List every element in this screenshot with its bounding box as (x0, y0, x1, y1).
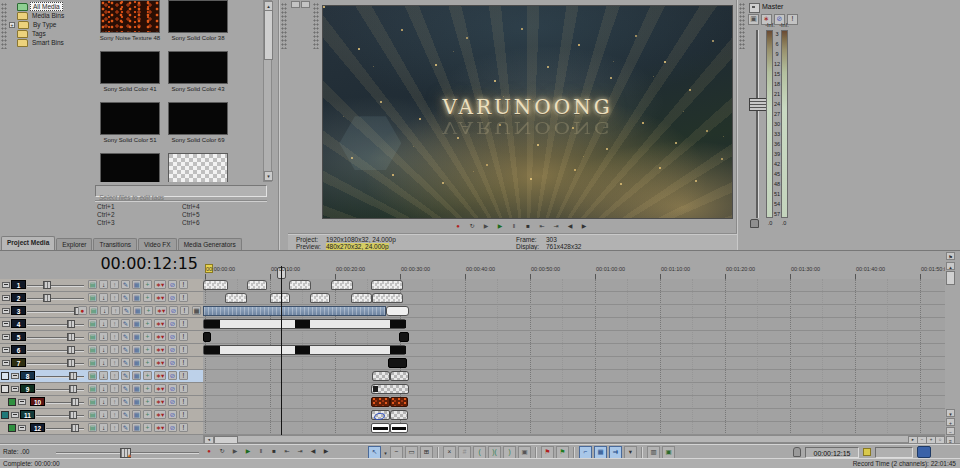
make-compositing-child-icon[interactable]: ↓ (99, 332, 108, 341)
selection-length-box[interactable] (875, 447, 913, 458)
automation-settings-icon[interactable]: + (144, 306, 153, 315)
automation-mode-icon[interactable]: ∗▾ (154, 397, 166, 406)
timeline-event[interactable] (372, 371, 390, 381)
make-compositing-child-icon[interactable]: ↓ (99, 280, 108, 289)
timeline-event[interactable] (371, 397, 390, 407)
tab-video-fx[interactable]: Video FX (138, 238, 177, 250)
media-thumbnail[interactable]: Sony Solid Color 51 (96, 102, 164, 153)
timeline-track-lane[interactable] (203, 357, 945, 370)
timeline-event[interactable] (390, 371, 409, 381)
track-fx-icon[interactable]: ▦ (132, 397, 141, 406)
pause-button[interactable]: ‖ (255, 446, 267, 457)
pause-button[interactable]: ‖ (508, 221, 520, 232)
track-header[interactable]: 1▤↓↑✎▦+∗▾⊘! (0, 279, 203, 292)
track-slider-handle[interactable] (69, 372, 77, 380)
make-compositing-parent-icon[interactable]: ↑ (110, 371, 119, 380)
track-header[interactable]: 2▤↓↑✎▦+∗▾⊘! (0, 292, 203, 305)
mute-icon[interactable]: ⊘ (168, 319, 177, 328)
play-from-start-button[interactable]: ▶ (480, 221, 492, 232)
automation-mode-icon[interactable]: ∗▾ (154, 293, 166, 302)
track-motion-icon[interactable]: ✎ (121, 280, 130, 289)
solo-icon[interactable]: ! (179, 384, 188, 393)
track-level-slider[interactable] (27, 324, 84, 326)
tab-project-media[interactable]: Project Media (1, 236, 55, 250)
video-output-icon[interactable] (917, 446, 931, 458)
media-tree-item[interactable]: Media Bins (8, 11, 94, 20)
track-motion-icon[interactable]: ✎ (121, 371, 130, 380)
dropdown-caret-icon[interactable]: ▾ (383, 450, 388, 456)
dock-grip[interactable] (281, 3, 287, 49)
bypass-motion-blur-icon[interactable]: ▤ (88, 280, 97, 289)
zoom-out-track-height-icon[interactable]: − (946, 427, 955, 435)
scrollbar-thumb[interactable] (264, 10, 273, 60)
timeline-event[interactable] (390, 410, 408, 420)
timeline-track-lane[interactable] (203, 396, 945, 409)
automation-mode-icon[interactable]: ∗▾ (154, 410, 166, 419)
minimize-track-button[interactable] (11, 386, 19, 392)
dock-grip[interactable] (1, 3, 7, 49)
mute-icon[interactable]: ⊘ (168, 371, 177, 380)
track-level-slider[interactable] (27, 285, 84, 287)
timeline-event[interactable] (331, 280, 353, 290)
loop-playback-button[interactable]: ↻ (466, 221, 478, 232)
timeline-track-lane[interactable] (203, 292, 945, 305)
make-compositing-child-icon[interactable]: ↓ (99, 384, 108, 393)
track-header[interactable]: 4▤↓↑✎▦+∗▾⊘! (0, 318, 203, 331)
compositing-mode-icon[interactable]: ▦ (192, 306, 201, 315)
track-fx-icon[interactable]: ▦ (132, 384, 141, 393)
automation-settings-icon[interactable]: + (143, 423, 152, 432)
timeline-event[interactable] (372, 293, 403, 303)
media-tree-item[interactable]: Smart Bins (8, 38, 94, 47)
bypass-motion-blur-icon[interactable]: ▤ (88, 345, 97, 354)
track-level-slider[interactable] (36, 389, 84, 391)
track-motion-icon[interactable]: ✎ (121, 397, 130, 406)
fader-lock-icon[interactable] (750, 219, 759, 228)
stop-button[interactable]: ■ (268, 446, 280, 457)
scroll-up-icon[interactable]: ▴ (946, 262, 955, 270)
tab-transitions[interactable]: Transitions (93, 238, 137, 250)
timeline-event[interactable] (247, 280, 267, 290)
solo-icon[interactable]: ! (179, 410, 188, 419)
minimize-track-button[interactable] (2, 347, 10, 353)
automation-mode-icon[interactable]: ∗▾ (154, 332, 166, 341)
track-fx-icon[interactable]: ▦ (132, 423, 141, 432)
media-tree-item[interactable]: +By Type (8, 20, 94, 29)
minimize-track-button[interactable] (2, 334, 10, 340)
track-fx-icon[interactable]: ▦ (132, 371, 141, 380)
timeline-event[interactable] (390, 397, 408, 407)
timeline-event[interactable] (371, 280, 403, 290)
automation-mode-icon[interactable]: ∗▾ (154, 423, 166, 432)
media-panel-scrollbar[interactable]: ▴▾ (263, 0, 272, 182)
solo-icon[interactable]: ! (180, 306, 189, 315)
go-to-end-button[interactable]: ⇥ (550, 221, 562, 232)
make-compositing-child-icon[interactable]: ↓ (99, 371, 108, 380)
track-level-slider[interactable] (36, 415, 84, 417)
solo-icon[interactable]: ! (179, 397, 188, 406)
bypass-motion-blur-icon[interactable]: ▤ (88, 293, 97, 302)
media-thumbnail[interactable]: Sony Solid Color 41 (96, 51, 164, 102)
mute-icon[interactable]: ⊘ (169, 306, 178, 315)
mute-icon[interactable]: ⊘ (168, 410, 177, 419)
track-fx-icon[interactable]: ▦ (132, 410, 141, 419)
timeline-event[interactable] (270, 293, 290, 303)
make-compositing-parent-icon[interactable]: ↑ (110, 397, 119, 406)
automation-mode-icon[interactable]: ∗▾ (154, 319, 166, 328)
automation-settings-icon[interactable]: + (143, 332, 152, 341)
make-compositing-child-icon[interactable]: ↓ (100, 306, 109, 315)
mute-icon[interactable]: ⊘ (168, 332, 177, 341)
make-compositing-parent-icon[interactable]: ↑ (110, 358, 119, 367)
marker-tool-icon[interactable]: ⚑ (946, 252, 955, 260)
timeline-horizontal-scrollbar[interactable]: ◂▸−+○ (203, 435, 945, 443)
minimize-track-button[interactable] (18, 399, 26, 405)
solo-icon[interactable]: ! (179, 345, 188, 354)
mute-icon[interactable]: ⊘ (168, 293, 177, 302)
tab-explorer[interactable]: Explorer (56, 238, 92, 250)
mute-icon[interactable]: ⊘ (168, 384, 177, 393)
timeline-event[interactable] (310, 293, 330, 303)
track-slider-handle[interactable] (69, 411, 77, 419)
automation-settings-icon[interactable]: + (143, 293, 152, 302)
playhead-line[interactable] (281, 266, 282, 435)
timeline-event[interactable] (351, 293, 372, 303)
solo-icon[interactable]: ! (179, 358, 188, 367)
mute-icon[interactable]: ⊘ (168, 423, 177, 432)
